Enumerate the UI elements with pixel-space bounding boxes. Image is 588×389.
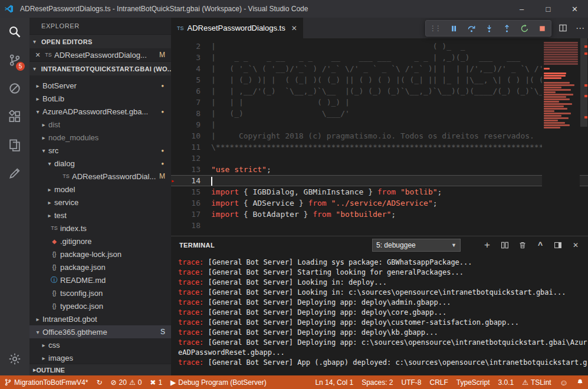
code-line-16[interactable]: 16import { ADService } from "../service/… — [171, 197, 588, 209]
ts-version[interactable]: 3.0.1 — [494, 375, 518, 389]
tree-item-intranetbot-gbot[interactable]: ▸IntranetBot.gbot — [29, 312, 171, 325]
code-line-15[interactable]: 15import { IGBDialog, GBMinInstance } fr… — [171, 186, 588, 197]
code-line-6[interactable]: 6| | ,__/'(_) `\__,_)`\__ |(_) (_) (_)`\… — [171, 85, 588, 97]
tree-item-botlib[interactable]: ▸BotLib — [29, 92, 171, 105]
tree-item-css[interactable]: ▸css — [29, 338, 171, 351]
git-status-badge: M — [159, 51, 171, 59]
code-text: | | — [211, 120, 571, 129]
editor-scrollbar[interactable] — [580, 38, 588, 236]
more-actions-icon[interactable]: ⋯ — [576, 23, 584, 34]
step-into-icon[interactable] — [484, 22, 494, 35]
code-line-13[interactable]: 13"use strict"; — [171, 164, 588, 175]
code-line-18[interactable]: 18 — [171, 220, 588, 231]
tree-item-images[interactable]: ▸images — [29, 351, 171, 364]
extension-status-item[interactable]: ✖ 1 — [146, 375, 166, 389]
tree-item-azureadpasswordreset-gba-[interactable]: ▾AzureADPasswordReset.gba...● — [29, 105, 171, 118]
sync-button[interactable]: ↻ — [92, 375, 106, 389]
git-branch-item[interactable]: MigrationToBotFmwV4* — [0, 375, 92, 389]
code-line-5[interactable]: 5| | (_) )| | ( (_| )( (_) || ( ) ( ) |(… — [171, 74, 588, 85]
tree-item-label: service — [54, 198, 78, 207]
extensions-icon[interactable] — [0, 103, 29, 131]
code-line-17[interactable]: 17import { BotAdapter } from "botbuilder… — [171, 209, 588, 220]
tree-item-test[interactable]: ▸test — [29, 209, 171, 222]
code-line-12[interactable]: 12 — [171, 153, 588, 164]
code-line-8[interactable]: 8| (_) \___/' | — [171, 108, 588, 119]
files-icon[interactable] — [0, 131, 29, 159]
title-bar[interactable]: ADResetPasswordDialogs.ts - IntranetBotQ… — [0, 0, 588, 18]
search-icon[interactable] — [0, 18, 29, 46]
drag-gripper-icon[interactable]: ⋮⋮ — [429, 24, 441, 32]
notifications-bell-icon[interactable] — [572, 375, 588, 389]
line-number: 5 — [180, 74, 201, 85]
pause-icon[interactable] — [448, 22, 459, 35]
code-line-10[interactable]: 10| Copyright 2018 (c) pragmatismo.io. T… — [171, 130, 588, 141]
code-line-11[interactable]: 11\*************************************… — [171, 141, 588, 153]
language-mode[interactable]: TypeScript — [452, 375, 494, 389]
maximize-panel-icon[interactable]: ^ — [533, 238, 548, 252]
step-out-icon[interactable] — [501, 22, 512, 35]
tslint-item[interactable]: ⚠ TSLint — [518, 375, 555, 389]
panel-layout-icon[interactable] — [550, 238, 566, 252]
tree-item-botserver[interactable]: ▸BotServer● — [29, 79, 171, 92]
stop-icon[interactable] — [537, 22, 547, 35]
open-editor-item[interactable]: ✕ TS ADResetPasswordDialog... M — [29, 48, 171, 61]
split-editor-icon[interactable] — [559, 24, 567, 32]
tree-item-package-lock-json[interactable]: {}package-lock.json — [29, 248, 171, 261]
kill-terminal-trash-icon[interactable] — [515, 238, 530, 252]
new-terminal-icon[interactable]: + — [479, 238, 495, 252]
cursor-position[interactable]: Ln 14, Col 1 — [311, 375, 357, 389]
tree-item-tsconfig-json[interactable]: {}tsconfig.json — [29, 286, 171, 299]
code-line-2[interactable]: 2| ( )_ _ | — [171, 41, 588, 52]
step-over-icon[interactable] — [466, 22, 477, 35]
tree-item-service[interactable]: ▸service — [29, 196, 171, 209]
debug-status-item[interactable]: ▶ Debug Program (BotServer) — [166, 375, 271, 389]
modified-dot-icon: ● — [161, 161, 171, 166]
edit-icon[interactable] — [0, 159, 29, 187]
eol-sequence[interactable]: CRLF — [426, 375, 452, 389]
code-line-9[interactable]: 9| | — [171, 119, 588, 130]
tab-adresetpassworddialogs[interactable]: TS ADResetPasswordDialogs.ts ✕ — [171, 18, 303, 38]
tab-close-icon[interactable]: ✕ — [291, 24, 297, 32]
code-line-7[interactable]: 7| | | ( )_) | | — [171, 97, 588, 108]
code-line-4[interactable]: 4| ( '_`\ ( '__)/'_` ) /'_` \/' _ ` _ `\… — [171, 63, 588, 74]
encoding[interactable]: UTF-8 — [398, 375, 426, 389]
code-editor[interactable]: 2| ( )_ _ |3| _ _ _ __ _ _ __ ___ ___ _ … — [171, 38, 588, 236]
maximize-button[interactable]: □ — [535, 0, 561, 18]
no-entry-icon[interactable] — [0, 74, 29, 103]
terminal-select[interactable]: 5: debuggee ▼ — [372, 239, 461, 252]
code-line-14[interactable]: ▸14 — [171, 175, 588, 186]
restart-icon[interactable] — [519, 22, 530, 35]
tree-item-readme-md[interactable]: ⓘREADME.md — [29, 273, 171, 286]
terminal-tab[interactable]: TERMINAL — [179, 242, 215, 249]
tree-item-package-json[interactable]: {}package.json — [29, 261, 171, 273]
terminal-output[interactable]: trace: [General Bot Server] Loading sys … — [171, 254, 588, 368]
code-line-3[interactable]: 3| _ _ _ __ _ _ __ ___ ___ _ _ | ,_)(_) … — [171, 52, 588, 63]
tree-item-typedoc-json[interactable]: {}typedoc.json — [29, 299, 171, 312]
problems-item[interactable]: ⊘ 20 ⚠ 0 — [106, 375, 146, 389]
open-editors-header[interactable]: ▾ OPEN EDITORS — [29, 34, 171, 48]
chevron-right-icon: ▸ — [33, 95, 42, 102]
tree-item-model[interactable]: ▸model — [29, 183, 171, 196]
settings-gear-icon[interactable] — [0, 345, 29, 373]
split-terminal-icon[interactable] — [497, 238, 513, 252]
tree-item-office365-gbtheme[interactable]: ▾Office365.gbthemeS — [29, 325, 171, 338]
tree-item-index-ts[interactable]: TSindex.ts — [29, 222, 171, 235]
tree-item-dialog[interactable]: ▾dialog● — [29, 157, 171, 170]
minimize-button[interactable]: – — [508, 0, 535, 18]
tree-item-node-modules[interactable]: ▸node_modules — [29, 131, 171, 144]
tree-item-dist[interactable]: ▸dist — [29, 118, 171, 131]
outline-header[interactable]: ▸ OUTLINE — [29, 364, 171, 375]
close-button[interactable]: ✕ — [561, 0, 588, 18]
source-control-icon[interactable]: 5 — [0, 46, 29, 74]
workspace-header[interactable]: ▾ INTRANETBOTQUICKSTART.GBAI (WO... — [29, 61, 171, 75]
feedback-smiley-icon[interactable]: ☺ — [556, 375, 572, 389]
tree-item-src[interactable]: ▾src● — [29, 144, 171, 157]
close-icon[interactable]: ✕ — [33, 51, 42, 59]
braces-file-icon: {} — [48, 290, 60, 296]
scrollbar-slider[interactable] — [580, 38, 587, 127]
indentation[interactable]: Spaces: 2 — [357, 375, 397, 389]
minimap[interactable] — [542, 38, 580, 236]
close-panel-icon[interactable]: ✕ — [568, 238, 583, 252]
tree-item--gitignore[interactable]: ◆.gitignore — [29, 235, 171, 248]
tree-item-adresetpassworddial-[interactable]: TSADResetPasswordDial...M — [29, 170, 171, 183]
